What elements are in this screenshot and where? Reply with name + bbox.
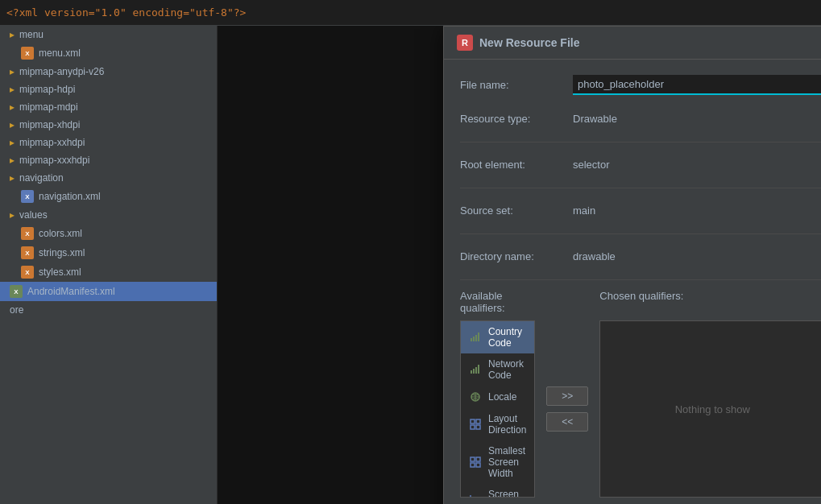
svg-rect-17 bbox=[471, 463, 475, 467]
remove-qualifier-button[interactable]: << bbox=[546, 412, 588, 432]
chosen-qualifiers-label: Chosen qualifiers: bbox=[599, 290, 821, 314]
sidebar-item-mipmap-xhdpi[interactable]: ▸mipmap-xhdpi bbox=[0, 116, 217, 134]
qualifier-icon-locale bbox=[469, 390, 482, 403]
svg-rect-18 bbox=[476, 463, 480, 467]
sidebar-item-mipmap-mdpi[interactable]: ▸mipmap-mdpi bbox=[0, 98, 217, 116]
sidebar-more-label: ore bbox=[0, 301, 217, 319]
sidebar-item-label: styles.xml bbox=[39, 266, 81, 278]
dialog-overlay: R New Resource File File name: Resource … bbox=[218, 26, 821, 504]
sidebar-item-label: navigation bbox=[19, 172, 64, 184]
sidebar-item-mipmap-xxxhdpi[interactable]: ▸mipmap-xxxhdpi bbox=[0, 151, 217, 169]
qualifier-icon-network-code bbox=[469, 363, 482, 376]
sidebar-item-label: mipmap-mdpi bbox=[19, 101, 78, 113]
sidebar-item-strings-xml[interactable]: Xstrings.xml bbox=[0, 243, 217, 262]
svg-rect-12 bbox=[476, 419, 480, 423]
qualifiers-section: Available qualifiers: Chosen qualifiers:… bbox=[460, 290, 821, 498]
qualifier-item-layout-direction[interactable]: Layout Direction bbox=[461, 408, 534, 440]
sidebar-item-colors-xml[interactable]: Xcolors.xml bbox=[0, 224, 217, 243]
sidebar-item-label: menu bbox=[19, 29, 44, 40]
qualifiers-header: Available qualifiers: Chosen qualifiers: bbox=[460, 290, 821, 314]
qualifier-item-smallest-screen-width[interactable]: Smallest Screen Width bbox=[461, 440, 534, 484]
xml-icon: X bbox=[21, 266, 34, 279]
sidebar-item-label: mipmap-xxhdpi bbox=[19, 137, 85, 148]
sidebar-item-label: mipmap-anydpi-v26 bbox=[19, 66, 104, 77]
source-set-label: Source set: bbox=[460, 204, 573, 217]
folder-icon: ▸ bbox=[10, 66, 15, 77]
resource-type-row: Resource type: Drawable bbox=[460, 106, 821, 130]
available-qualifiers-list[interactable]: Country CodeNetwork CodeLocaleLayout Dir… bbox=[460, 320, 535, 498]
directory-name-label: Directory name: bbox=[460, 250, 573, 262]
qualifier-label-locale: Locale bbox=[488, 391, 516, 403]
sidebar-item-navigation[interactable]: ▸navigation bbox=[0, 169, 217, 187]
xml-icon: X bbox=[21, 246, 34, 259]
svg-rect-3 bbox=[478, 333, 479, 341]
sidebar-item-label: AndroidManifest.xml bbox=[27, 286, 115, 297]
sidebar-item-mipmap-xxhdpi[interactable]: ▸mipmap-xxhdpi bbox=[0, 134, 217, 151]
svg-rect-16 bbox=[476, 457, 480, 461]
sidebar-item-menu-xml[interactable]: Xmenu.xml bbox=[0, 43, 217, 63]
root-element-value: selector bbox=[573, 157, 821, 172]
sidebar-item-androidmanifest[interactable]: XAndroidManifest.xml bbox=[0, 282, 217, 301]
sidebar-item-mipmap-anydpi-v26[interactable]: ▸mipmap-anydpi-v26 bbox=[0, 63, 217, 81]
resource-type-label: Resource type: bbox=[460, 113, 573, 125]
svg-rect-15 bbox=[471, 457, 475, 461]
qualifier-item-country-code[interactable]: Country Code bbox=[461, 321, 534, 353]
qualifier-item-network-code[interactable]: Network Code bbox=[461, 353, 534, 386]
file-name-input[interactable] bbox=[573, 75, 821, 95]
qualifier-item-locale[interactable]: Locale bbox=[461, 386, 534, 408]
add-qualifier-button[interactable]: >> bbox=[546, 386, 588, 406]
chosen-qualifiers-list: Nothing to show bbox=[599, 320, 821, 498]
qualifiers-content: Country CodeNetwork CodeLocaleLayout Dir… bbox=[460, 320, 821, 498]
qualifier-label-smallest-screen-width: Smallest Screen Width bbox=[488, 445, 526, 479]
sidebar-item-mipmap-hdpi[interactable]: ▸mipmap-hdpi bbox=[0, 81, 217, 98]
root-element-row: Root element: selector bbox=[460, 152, 821, 176]
folder-icon: ▸ bbox=[10, 101, 15, 113]
file-name-label: File name: bbox=[460, 79, 573, 91]
sidebar-item-navigation-xml[interactable]: Xnavigation.xml bbox=[0, 187, 217, 206]
folder-icon: ▸ bbox=[10, 29, 15, 40]
svg-rect-0 bbox=[471, 338, 472, 341]
sidebar-item-values[interactable]: ▸values bbox=[0, 206, 217, 224]
available-qualifiers-label: Available qualifiers: bbox=[460, 290, 535, 314]
svg-rect-1 bbox=[473, 337, 475, 341]
qualifier-item-screen-width[interactable]: Screen Width bbox=[461, 484, 534, 498]
xml-declaration: <?xml version="1.0" encoding="utf-8"?> bbox=[6, 6, 246, 19]
svg-rect-6 bbox=[475, 367, 477, 374]
sidebar: ▸menuXmenu.xml▸mipmap-anydpi-v26▸mipmap-… bbox=[0, 26, 218, 504]
folder-icon: ▸ bbox=[10, 155, 15, 166]
qualifier-label-network-code: Network Code bbox=[488, 358, 526, 381]
code-header: <?xml version="1.0" encoding="utf-8"?> bbox=[0, 0, 821, 26]
dialog-title: New Resource File bbox=[479, 36, 580, 49]
qualifier-icon-layout-direction bbox=[469, 418, 482, 431]
sidebar-item-label: strings.xml bbox=[39, 247, 85, 258]
qualifier-label-screen-width: Screen Width bbox=[488, 489, 526, 498]
xml-icon: X bbox=[21, 190, 34, 203]
new-resource-file-dialog: R New Resource File File name: Resource … bbox=[443, 26, 821, 504]
sidebar-item-label: menu.xml bbox=[39, 48, 81, 59]
directory-name-row: Directory name: drawable bbox=[460, 244, 821, 268]
resource-type-value: Drawable bbox=[573, 111, 821, 126]
sidebar-item-menu[interactable]: ▸menu bbox=[0, 26, 217, 43]
svg-rect-2 bbox=[475, 335, 477, 341]
qualifier-icon-screen-width bbox=[469, 494, 482, 498]
svg-rect-7 bbox=[478, 365, 479, 374]
sidebar-item-label: mipmap-hdpi bbox=[19, 84, 75, 95]
svg-rect-5 bbox=[473, 369, 475, 374]
xml-icon: X bbox=[10, 285, 23, 298]
folder-icon: ▸ bbox=[10, 209, 15, 221]
dialog-title-bar: R New Resource File bbox=[444, 27, 821, 60]
qualifier-label-country-code: Country Code bbox=[488, 326, 526, 349]
source-set-value: main bbox=[573, 203, 821, 218]
folder-icon: ▸ bbox=[10, 172, 15, 184]
sidebar-item-label: colors.xml bbox=[39, 228, 82, 239]
sidebar-item-label: mipmap-xhdpi bbox=[19, 119, 80, 130]
qualifier-transfer-buttons: >> << bbox=[535, 320, 599, 498]
qualifier-icon-country-code bbox=[469, 331, 482, 344]
qualifier-label-layout-direction: Layout Direction bbox=[488, 413, 526, 436]
svg-rect-4 bbox=[471, 370, 472, 374]
sidebar-item-label: navigation.xml bbox=[39, 191, 101, 202]
nothing-to-show-text: Nothing to show bbox=[675, 403, 750, 415]
sidebar-item-styles-xml[interactable]: Xstyles.xml bbox=[0, 262, 217, 282]
sidebar-item-label: values bbox=[19, 209, 48, 221]
folder-icon: ▸ bbox=[10, 137, 15, 148]
